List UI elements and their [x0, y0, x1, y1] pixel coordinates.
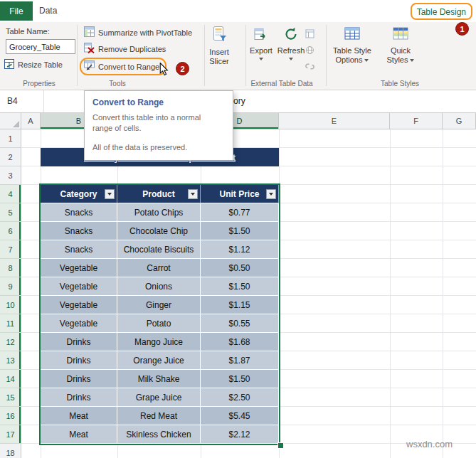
- row-header-10[interactable]: 10: [0, 296, 21, 314]
- row-header-14[interactable]: 14: [0, 370, 21, 388]
- table-style-options-label-1: Table Style: [333, 46, 371, 55]
- row-header-9[interactable]: 9: [0, 277, 21, 296]
- cell-D5[interactable]: $0.77: [201, 203, 279, 222]
- row-header-12[interactable]: 12: [0, 333, 21, 351]
- cell-D7[interactable]: $1.12: [201, 240, 279, 259]
- row-header-7[interactable]: 7: [0, 240, 21, 259]
- cell-C9[interactable]: Onions: [117, 277, 201, 296]
- column-header-E[interactable]: E: [279, 113, 390, 129]
- cell-B10[interactable]: Vegetable: [41, 296, 117, 314]
- cell-D8[interactable]: $0.50: [201, 259, 279, 277]
- export-chevron-icon: [259, 58, 263, 60]
- cell-B8[interactable]: Vegetable: [41, 259, 117, 277]
- filter-button[interactable]: [188, 189, 198, 199]
- cell-D6[interactable]: $1.50: [201, 222, 279, 240]
- row-header-17[interactable]: 17: [0, 425, 21, 444]
- column-header-F[interactable]: F: [390, 113, 443, 129]
- cell-C13[interactable]: Orange Juice: [117, 351, 201, 370]
- insert-slicer-button[interactable]: Insert Slicer: [203, 26, 235, 66]
- cell-D11[interactable]: $0.55: [201, 314, 279, 333]
- table-header-product[interactable]: Product: [117, 185, 201, 203]
- fill-handle[interactable]: [277, 442, 284, 449]
- row-header-18[interactable]: 18: [0, 444, 21, 458]
- cell-D14[interactable]: $1.50: [201, 370, 279, 388]
- cell-B6[interactable]: Snacks: [41, 222, 117, 240]
- cell-D12[interactable]: $1.68: [201, 333, 279, 351]
- convert-to-range-button[interactable]: Convert to Range: [80, 58, 166, 75]
- remove-duplicates-button[interactable]: Remove Duplicates: [84, 43, 166, 55]
- cell-C12[interactable]: Mango Juice: [117, 333, 201, 351]
- cell-C14[interactable]: Milk Shake: [117, 370, 201, 388]
- cell-C11[interactable]: Potato: [117, 314, 201, 333]
- table-header-category[interactable]: Category: [41, 185, 117, 203]
- cell-D17[interactable]: $2.12: [201, 425, 279, 444]
- row-header-2[interactable]: 2: [0, 148, 21, 166]
- quick-styles-button[interactable]: Quick Styles: [381, 26, 421, 65]
- cell-B13[interactable]: Drinks: [41, 351, 117, 370]
- table-header-unit-price[interactable]: Unit Price: [201, 185, 279, 203]
- table-style-options-button[interactable]: Table Style Options: [329, 26, 376, 65]
- table-name-input[interactable]: [6, 39, 75, 54]
- cell-B15[interactable]: Drinks: [41, 388, 117, 407]
- annotation-step-1: 1: [455, 22, 469, 36]
- open-in-browser-icon[interactable]: [305, 45, 314, 58]
- external-table-data-group-label: External Table Data: [250, 80, 312, 87]
- table-style-options-icon: [344, 26, 360, 43]
- cell-D9[interactable]: $1.50: [201, 277, 279, 296]
- tooltip-body-2: All of the data is preserved.: [92, 142, 219, 153]
- column-header-G[interactable]: G: [443, 113, 476, 129]
- cell-D13[interactable]: $1.87: [201, 351, 279, 370]
- name-box[interactable]: B4: [0, 90, 44, 112]
- remove-duplicates-icon: [84, 43, 95, 55]
- column-header-A[interactable]: A: [21, 113, 41, 129]
- tab-table-design[interactable]: Table Design: [417, 7, 466, 17]
- tooltip-title: Convert to Range: [92, 97, 225, 107]
- cell-B14[interactable]: Drinks: [41, 370, 117, 388]
- cell-C5[interactable]: Potato Chips: [117, 203, 201, 222]
- summarize-with-pivottable-button[interactable]: Summarize with PivotTable: [84, 26, 192, 38]
- table-properties-icon[interactable]: [305, 28, 314, 41]
- cell-B16[interactable]: Meat: [41, 407, 117, 425]
- row-header-1[interactable]: 1: [0, 129, 21, 148]
- row-header-11[interactable]: 11: [0, 314, 21, 333]
- cell-B12[interactable]: Drinks: [41, 333, 117, 351]
- row-header-3[interactable]: 3: [0, 166, 21, 185]
- cell-D15[interactable]: $2.50: [201, 388, 279, 407]
- mouse-cursor-icon: [159, 63, 169, 79]
- cell-C17[interactable]: Skinless Chicken: [117, 425, 201, 444]
- cell-B11[interactable]: Vegetable: [41, 314, 117, 333]
- row-header-4[interactable]: 4: [0, 185, 21, 203]
- filter-button[interactable]: [266, 189, 276, 199]
- select-all-corner[interactable]: [0, 113, 21, 129]
- refresh-button[interactable]: Refresh: [276, 27, 306, 60]
- tab-file[interactable]: File: [0, 1, 33, 21]
- gridline: [443, 129, 443, 458]
- row-header-6[interactable]: 6: [0, 222, 21, 240]
- watermark: wsxdn.com: [406, 439, 453, 449]
- resize-table-button[interactable]: Resize Table: [4, 59, 63, 70]
- cell-B9[interactable]: Vegetable: [41, 277, 117, 296]
- cell-D10[interactable]: $1.15: [201, 296, 279, 314]
- export-button[interactable]: Export: [247, 27, 275, 60]
- row-header-5[interactable]: 5: [0, 203, 21, 222]
- cell-C15[interactable]: Grape Juice: [117, 388, 201, 407]
- convert-to-range-tooltip: Convert to Range Convert this table into…: [84, 90, 233, 161]
- cell-D16[interactable]: $5.45: [201, 407, 279, 425]
- cell-C8[interactable]: Carrot: [117, 259, 201, 277]
- row-header-15[interactable]: 15: [0, 388, 21, 407]
- tab-data[interactable]: Data: [33, 0, 93, 22]
- cell-B7[interactable]: Snacks: [41, 240, 117, 259]
- cell-C6[interactable]: Chocolate Chip: [117, 222, 201, 240]
- row-header-16[interactable]: 16: [0, 407, 21, 425]
- group-divider: [245, 25, 246, 86]
- summarize-label: Summarize with PivotTable: [98, 28, 192, 37]
- row-header-13[interactable]: 13: [0, 351, 21, 370]
- cell-C10[interactable]: Ginger: [117, 296, 201, 314]
- filter-button[interactable]: [105, 189, 115, 199]
- cell-C16[interactable]: Red Meat: [117, 407, 201, 425]
- row-header-8[interactable]: 8: [0, 259, 21, 277]
- cell-B17[interactable]: Meat: [41, 425, 117, 444]
- unlink-icon[interactable]: [305, 61, 314, 74]
- cell-C7[interactable]: Chocolate Biscuits: [117, 240, 201, 259]
- cell-B5[interactable]: Snacks: [41, 203, 117, 222]
